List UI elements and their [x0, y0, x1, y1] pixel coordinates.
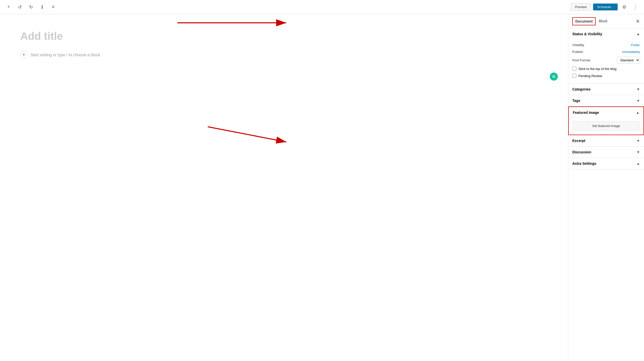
pending-review-checkbox[interactable] — [572, 74, 576, 78]
publish-label: Publish — [572, 50, 583, 54]
editor-area: + Start writing or type / to choose a bl… — [0, 14, 568, 361]
redo-button[interactable]: ↻ — [26, 3, 35, 12]
status-visibility-header[interactable]: Status & Visibility ▲ — [568, 28, 644, 40]
undo-button[interactable]: ↺ — [15, 3, 24, 12]
excerpt-chevron: ▼ — [636, 139, 640, 143]
redo-icon: ↻ — [29, 4, 33, 10]
tab-document[interactable]: Document — [572, 17, 596, 25]
categories-section: Categories ▼ — [568, 84, 644, 95]
categories-label: Categories — [572, 87, 591, 91]
sidebar: Document Block ✕ Status & Visibility ▲ V… — [568, 14, 644, 361]
astra-settings-chevron-up: ▲ — [636, 161, 640, 166]
visibility-row: Visibility Public — [572, 42, 640, 48]
set-featured-image-button[interactable]: Set featured image — [573, 121, 639, 131]
astra-settings-section: Astra Settings ▲ — [568, 158, 644, 169]
more-options-button[interactable]: ⋮ — [631, 3, 640, 12]
status-visibility-section: Status & Visibility ▲ Visibility Public … — [568, 28, 644, 84]
status-visibility-chevron-up: ▲ — [636, 32, 640, 36]
post-title-input[interactable] — [20, 29, 548, 43]
featured-image-chevron-up: ▲ — [636, 111, 639, 115]
post-format-row: Post Format Standard — [572, 55, 640, 65]
tags-section: Tags ▼ — [568, 95, 644, 106]
status-visibility-label: Status & Visibility — [572, 32, 602, 36]
tags-label: Tags — [572, 99, 580, 103]
post-format-select[interactable]: Standard — [617, 57, 640, 64]
featured-image-section: Featured Image ▲ Set featured image — [568, 106, 644, 135]
stick-top-checkbox[interactable] — [572, 67, 576, 71]
discussion-section: Discussion ▼ — [568, 147, 644, 158]
toolbar: + ↺ ↻ ℹ ≡ Preview Schedule... ⚙ ⋮ — [0, 0, 644, 14]
toolbar-right: Preview Schedule... ⚙ ⋮ — [571, 3, 640, 12]
status-visibility-content: Visibility Public Publish Immediately Po… — [568, 40, 644, 83]
list-view-button[interactable]: ≡ — [49, 3, 58, 12]
block-start-area: + Start writing or type / to choose a bl… — [20, 51, 548, 59]
list-icon: ≡ — [52, 4, 55, 10]
categories-header[interactable]: Categories ▼ — [568, 84, 644, 95]
publish-value[interactable]: Immediately — [622, 50, 640, 54]
block-placeholder-text: Start writing or type / to choose a bloc… — [30, 53, 100, 57]
discussion-chevron: ▼ — [636, 150, 640, 154]
tab-block[interactable]: Block — [596, 17, 610, 26]
more-icon: ⋮ — [633, 4, 638, 10]
astra-settings-header[interactable]: Astra Settings ▲ — [568, 158, 644, 169]
excerpt-label: Excerpt — [572, 139, 585, 143]
toolbar-left: + ↺ ↻ ℹ ≡ — [4, 3, 58, 12]
grammarly-icon: G — [550, 73, 558, 81]
featured-image-content: Set featured image — [569, 118, 643, 135]
featured-image-header[interactable]: Featured Image ▲ — [569, 107, 643, 118]
info-icon: ℹ — [41, 4, 43, 10]
post-format-label: Post Format — [572, 58, 590, 62]
publish-row: Publish Immediately — [572, 48, 640, 55]
tags-header[interactable]: Tags ▼ — [568, 95, 644, 106]
pending-review-row: Pending Review — [572, 72, 640, 79]
info-button[interactable]: ℹ — [37, 3, 47, 12]
schedule-button[interactable]: Schedule... — [593, 4, 618, 10]
stick-top-label: Stick to the top of the blog — [578, 67, 616, 71]
featured-image-label: Featured Image — [573, 111, 599, 115]
plus-icon: + — [7, 4, 10, 10]
categories-chevron: ▼ — [636, 87, 640, 91]
visibility-value[interactable]: Public — [631, 43, 640, 47]
main-layout: + Start writing or type / to choose a bl… — [0, 14, 644, 361]
excerpt-header[interactable]: Excerpt ▼ — [568, 135, 644, 146]
undo-icon: ↺ — [18, 4, 22, 10]
sidebar-tabs: Document Block ✕ — [568, 14, 644, 28]
astra-settings-label: Astra Settings — [572, 161, 596, 166]
add-block-inline-button[interactable]: + — [20, 51, 27, 59]
tags-chevron: ▼ — [636, 99, 640, 103]
pending-review-label: Pending Review — [578, 74, 602, 78]
grammarly-g-letter: G — [553, 75, 555, 79]
preview-button[interactable]: Preview — [571, 3, 591, 11]
sidebar-close-button[interactable]: ✕ — [636, 18, 640, 24]
excerpt-section: Excerpt ▼ — [568, 135, 644, 147]
settings-button[interactable]: ⚙ — [620, 3, 629, 12]
visibility-label: Visibility — [572, 43, 584, 47]
settings-icon: ⚙ — [622, 4, 626, 10]
discussion-label: Discussion — [572, 150, 591, 154]
stick-top-row: Stick to the top of the blog — [572, 65, 640, 72]
discussion-header[interactable]: Discussion ▼ — [568, 147, 644, 158]
add-block-toolbar-button[interactable]: + — [4, 3, 13, 12]
plus-inline-icon: + — [23, 52, 25, 58]
